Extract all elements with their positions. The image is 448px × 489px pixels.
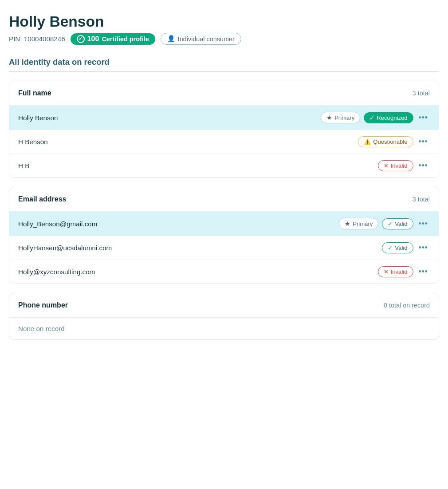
more-button-1[interactable]: ••• [417,136,430,147]
email-row-2: Holly@xyzconsulting.com ✕ Invalid ••• [9,260,439,284]
email-row-0: Holly_Benson@gmail.com ★ Primary ✓ Valid… [9,211,439,236]
certified-badge: ✓ 100 Certified profile [71,33,155,45]
full-name-row-0-badges: ★ Primary ✓ Recognized ••• [321,112,430,123]
full-name-row-2: H B ✕ Invalid ••• [9,154,439,177]
full-name-value-2: H B [18,162,29,170]
full-name-card: Full name 3 total Holly Benson ★ Primary… [9,81,439,178]
certified-score: 100 [87,35,99,43]
section-title: All identity data on record [9,57,439,72]
more-button-2[interactable]: ••• [417,160,430,171]
full-name-value-0: Holly Benson [18,114,58,122]
email-check-icon-0: ✓ [388,221,393,227]
email-row-0-badges: ★ Primary ✓ Valid ••• [339,218,430,229]
phone-none-record: None on record [9,317,439,339]
section-divider [9,71,439,72]
certified-check-icon: ✓ [77,35,85,43]
email-valid-badge-0: ✓ Valid [382,218,413,229]
email-value-2: Holly@xyzconsulting.com [18,268,95,276]
email-value-0: Holly_Benson@gmail.com [18,220,97,228]
phone-card: Phone number 0 total on record None on r… [9,293,439,340]
x-icon-2: ✕ [384,162,389,169]
full-name-row-2-badges: ✕ Invalid ••• [378,160,430,171]
phone-count: 0 total on record [384,302,430,309]
pin-label: PIN: 10004008246 [9,35,65,43]
email-title: Email address [18,195,67,203]
email-value-1: HollyHansen@ucsdalumni.com [18,244,112,252]
email-more-button-0[interactable]: ••• [417,218,430,229]
email-card: Email address 3 total Holly_Benson@gmail… [9,187,439,284]
phone-title: Phone number [18,301,68,309]
star-icon-0: ★ [326,114,332,121]
email-check-icon-1: ✓ [388,244,393,251]
profile-header: Holly Benson PIN: 10004008246 ✓ 100 Cert… [9,13,439,45]
recognized-badge-0: ✓ Recognized [364,112,413,123]
email-more-button-1[interactable]: ••• [417,242,430,253]
certified-label: Certified profile [102,35,149,43]
person-icon: 👤 [167,35,175,43]
profile-meta: PIN: 10004008246 ✓ 100 Certified profile… [9,33,439,45]
profile-name: Holly Benson [9,13,439,30]
full-name-count: 3 total [413,90,430,97]
full-name-row-1: H Benson ⚠️ Questionable ••• [9,130,439,154]
primary-badge-0: ★ Primary [321,112,360,123]
questionable-badge-1: ⚠️ Questionable [358,136,413,147]
email-row-1: HollyHansen@ucsdalumni.com ✓ Valid ••• [9,236,439,260]
full-name-card-header: Full name 3 total [9,81,439,105]
email-card-header: Email address 3 total [9,187,439,211]
more-button-0[interactable]: ••• [417,112,430,123]
consumer-label: Individual consumer [178,35,235,43]
email-more-button-2[interactable]: ••• [417,266,430,277]
email-valid-badge-1: ✓ Valid [382,242,413,253]
phone-card-header: Phone number 0 total on record [9,293,439,317]
email-row-1-badges: ✓ Valid ••• [382,242,430,253]
email-invalid-badge-2: ✕ Invalid [378,266,413,277]
full-name-row-0: Holly Benson ★ Primary ✓ Recognized ••• [9,105,439,130]
invalid-badge-2: ✕ Invalid [378,160,413,171]
check-icon-0: ✓ [369,114,374,121]
email-row-2-badges: ✕ Invalid ••• [378,266,430,277]
full-name-title: Full name [18,89,51,97]
consumer-badge: 👤 Individual consumer [161,33,241,45]
email-x-icon-2: ✕ [384,268,389,275]
email-star-icon-0: ★ [345,220,350,227]
full-name-value-1: H Benson [18,138,48,146]
full-name-row-1-badges: ⚠️ Questionable ••• [358,136,430,147]
email-primary-badge-0: ★ Primary [339,218,378,229]
warning-icon-1: ⚠️ [364,138,371,145]
email-count: 3 total [413,196,430,203]
